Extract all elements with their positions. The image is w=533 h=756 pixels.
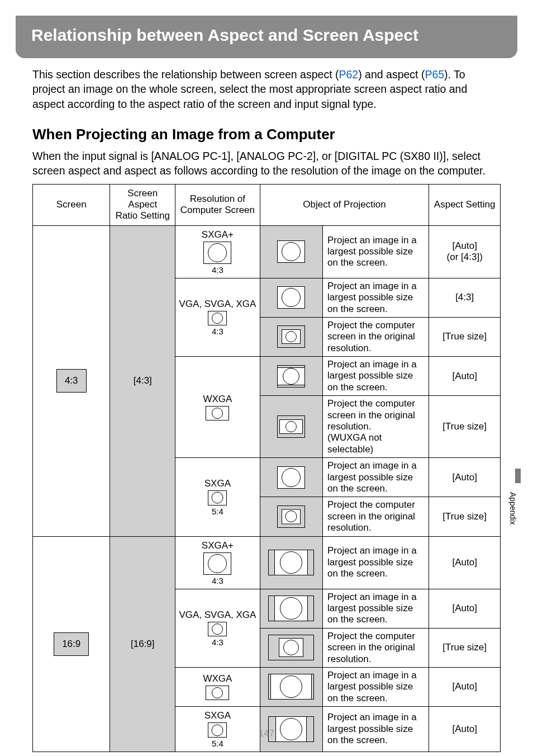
aspect-setting-cell: [4:3] — [429, 278, 501, 317]
proj-inner — [277, 367, 305, 385]
screen-cell: 4:3 — [33, 225, 110, 536]
resolution-cell: VGA, SVGA, XGA4:3 — [175, 278, 260, 356]
side-tab-bar — [515, 469, 521, 483]
intro-text: This section describes the relationship … — [32, 68, 339, 81]
proj-inner — [279, 419, 303, 434]
proj-inner — [279, 638, 303, 657]
res-ratio: 4:3 — [178, 265, 257, 275]
th-screen: Screen — [33, 184, 110, 225]
th-aspect-setting: Aspect Setting — [429, 184, 501, 225]
res-label: SXGA — [178, 710, 257, 721]
projection-icon — [268, 635, 314, 660]
resolution-cell: SXGA5:4 — [175, 458, 260, 536]
aspect-setting-cell: [Auto] — [429, 536, 501, 589]
aspect-table: Screen Screen Aspect Ratio Setting Resol… — [32, 184, 501, 753]
aspect-setting-cell: [True size] — [429, 497, 501, 536]
screen-box: 4:3 — [56, 369, 87, 393]
obj-text-cell: Project the computer screen in the origi… — [323, 396, 429, 458]
proj-inner — [274, 596, 308, 621]
proj-icon-cell — [260, 396, 322, 458]
proj-inner — [270, 674, 312, 700]
proj-icon-cell — [260, 667, 322, 706]
aspect-setting-cell: [Auto] — [429, 667, 501, 706]
proj-inner — [282, 329, 301, 344]
proj-icon-cell — [260, 357, 322, 396]
res-label: SXGA+ — [178, 229, 257, 240]
screen-aspect-cell: [16:9] — [110, 536, 175, 752]
content: This section describes the relationship … — [0, 58, 533, 752]
aspect-setting-cell: [True size] — [429, 628, 501, 667]
link-p62[interactable]: P62 — [339, 68, 358, 81]
aspect-setting-cell: [Auto] (or [4:3]) — [429, 225, 501, 278]
aspect-setting-cell: [Auto] — [429, 458, 501, 497]
proj-inner — [275, 716, 307, 742]
resolution-icon — [208, 622, 227, 636]
side-label: Appendix — [508, 492, 517, 525]
proj-icon-cell — [260, 278, 322, 317]
res-label: SXGA — [178, 478, 257, 489]
aspect-setting-cell: [Auto] — [429, 589, 501, 628]
proj-icon-cell — [260, 628, 322, 667]
th-object: Object of Projection — [260, 184, 429, 225]
obj-text-cell: Project the computer screen in the origi… — [323, 497, 429, 536]
obj-text-cell: Project an image in a largest possible s… — [323, 225, 429, 278]
res-label: WXGA — [178, 394, 257, 405]
proj-icon-cell — [260, 458, 322, 497]
resolution-cell: SXGA+4:3 — [175, 225, 260, 278]
resolution-cell: VGA, SVGA, XGA4:3 — [175, 589, 260, 667]
res-ratio: 4:3 — [178, 576, 257, 585]
projection-icon — [277, 466, 305, 489]
resolution-icon — [208, 722, 227, 738]
res-label: VGA, SVGA, XGA — [178, 299, 257, 310]
obj-text-cell: Project an image in a largest possible s… — [323, 357, 429, 396]
res-ratio: 4:3 — [178, 637, 257, 647]
th-screen-aspect: Screen Aspect Ratio Setting — [110, 184, 175, 225]
page-number: 147 — [259, 728, 274, 739]
res-ratio: 5:4 — [178, 739, 257, 748]
res-label: VGA, SVGA, XGA — [178, 609, 257, 621]
resolution-cell: SXGA+4:3 — [175, 536, 260, 589]
obj-text-cell: Project an image in a largest possible s… — [323, 707, 429, 752]
obj-text-cell: Project the computer screen in the origi… — [323, 628, 429, 667]
table-row: 4:3[4:3]SXGA+4:3Project an image in a la… — [33, 225, 501, 278]
res-ratio: 5:4 — [178, 507, 257, 516]
res-ratio: 4:3 — [178, 327, 257, 336]
res-label: SXGA+ — [178, 540, 257, 551]
aspect-setting-cell: [True size] — [429, 396, 501, 458]
intro-paragraph: This section describes the relationship … — [32, 67, 501, 111]
projection-icon — [268, 674, 314, 700]
proj-icon-cell — [260, 589, 322, 628]
proj-icon-cell — [260, 317, 322, 356]
aspect-setting-cell: [Auto] — [429, 707, 501, 752]
obj-text-cell: Project an image in a largest possible s… — [323, 278, 429, 317]
aspect-setting-cell: [Auto] — [429, 357, 501, 396]
resolution-icon — [203, 242, 231, 264]
proj-icon-cell — [260, 497, 322, 536]
section-title: When Projecting an Image from a Computer — [32, 126, 501, 143]
section-desc: When the input signal is [ANALOG PC-1], … — [32, 149, 501, 178]
proj-icon-cell — [260, 536, 322, 589]
obj-text-cell: Project an image in a largest possible s… — [323, 458, 429, 497]
screen-cell: 16:9 — [33, 536, 110, 752]
projection-icon — [277, 415, 305, 438]
projection-icon — [277, 286, 305, 309]
obj-text-cell: Project the computer screen in the origi… — [323, 317, 429, 356]
resolution-icon — [203, 552, 231, 575]
page-header: Relationship between Aspect and Screen A… — [16, 16, 517, 58]
projection-icon — [268, 550, 314, 575]
resolution-icon — [208, 311, 227, 325]
proj-icon-cell — [260, 225, 322, 278]
aspect-setting-cell: [True size] — [429, 317, 501, 356]
page-title: Relationship between Aspect and Screen A… — [31, 26, 418, 44]
projection-icon — [268, 596, 314, 621]
proj-inner — [274, 550, 308, 575]
resolution-icon — [208, 490, 227, 505]
projection-icon — [277, 505, 305, 528]
obj-text-cell: Project an image in a largest possible s… — [323, 589, 429, 628]
resolution-cell: WXGA — [175, 357, 260, 458]
projection-icon — [268, 716, 314, 742]
resolution-icon — [206, 686, 229, 700]
resolution-icon — [206, 406, 229, 420]
res-label: WXGA — [178, 673, 257, 684]
link-p65[interactable]: P65 — [425, 68, 444, 81]
